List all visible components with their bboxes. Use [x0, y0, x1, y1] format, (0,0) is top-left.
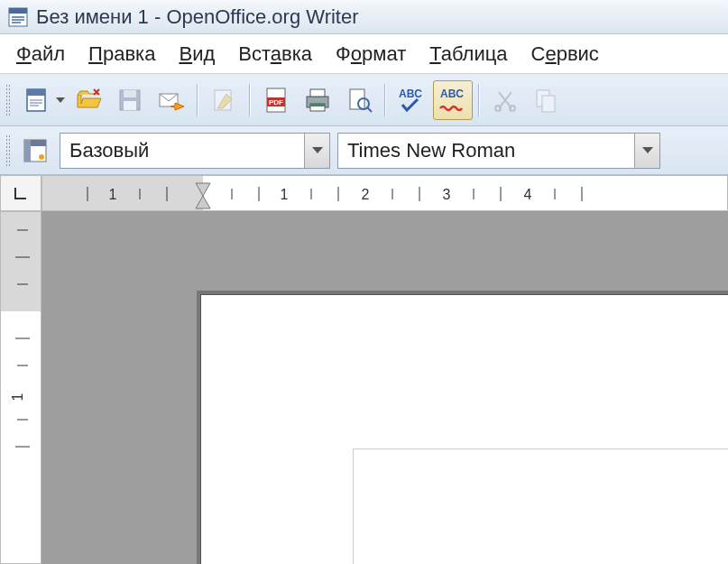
- page-preview-icon: [345, 86, 373, 115]
- copy-icon: [533, 87, 560, 114]
- svg-rect-7: [124, 101, 136, 110]
- print-button[interactable]: [298, 80, 337, 120]
- printer-icon: [303, 86, 332, 115]
- window-title: Без имени 1 - OpenOffice.org Writer: [36, 5, 359, 29]
- paragraph-style-value[interactable]: Базовый: [60, 134, 304, 168]
- font-name-value[interactable]: Times New Roman: [338, 134, 634, 168]
- title-bar: Без имени 1 - OpenOffice.org Writer: [0, 0, 728, 34]
- svg-text:2: 2: [362, 187, 370, 202]
- svg-text:ABC: ABC: [440, 88, 464, 100]
- svg-marker-35: [196, 183, 210, 196]
- svg-rect-27: [24, 140, 31, 162]
- svg-text:4: 4: [524, 187, 532, 202]
- svg-text:1: 1: [10, 393, 25, 401]
- open-folder-icon: [74, 86, 103, 115]
- svg-rect-1: [9, 8, 27, 14]
- svg-rect-6: [124, 90, 136, 97]
- new-document-icon: [22, 86, 51, 115]
- document-canvas[interactable]: [41, 211, 728, 564]
- svg-text:1: 1: [109, 187, 117, 202]
- standard-toolbar: PDF ABC ABC: [0, 74, 728, 126]
- svg-rect-3: [27, 89, 45, 96]
- auto-spellcheck-button[interactable]: ABC: [433, 80, 473, 120]
- ruler-corner: [0, 175, 41, 211]
- menu-edit[interactable]: Правка: [79, 39, 164, 69]
- menu-table[interactable]: Таблица: [420, 39, 516, 69]
- email-button[interactable]: [152, 80, 191, 120]
- new-document-button[interactable]: [16, 80, 56, 120]
- pdf-icon: PDF: [263, 86, 290, 115]
- toolbar-grip[interactable]: [5, 134, 11, 167]
- menu-format[interactable]: Формат: [327, 39, 415, 69]
- svg-point-21: [495, 106, 501, 111]
- email-icon: [157, 87, 186, 114]
- font-name-combo[interactable]: Times New Roman: [337, 133, 660, 169]
- export-pdf-button[interactable]: PDF: [256, 80, 296, 120]
- document-page[interactable]: [200, 294, 728, 564]
- spellcheck-button[interactable]: ABC: [392, 80, 431, 120]
- save-icon: [116, 87, 143, 114]
- formatting-toolbar: Базовый Times New Roman: [0, 126, 728, 175]
- menu-tools[interactable]: Сервис: [522, 39, 608, 69]
- workspace: 1 1 2 3 4: [0, 175, 728, 564]
- horizontal-ruler[interactable]: 1 1 2 3 4: [41, 175, 728, 211]
- scissors-icon: [492, 87, 519, 114]
- svg-point-28: [39, 154, 44, 160]
- toolbar-separator: [478, 84, 480, 116]
- toolbar-separator: [249, 84, 251, 116]
- toolbar-grip[interactable]: [5, 84, 11, 116]
- menu-bar: Файл Правка Вид Вставка Формат Таблица С…: [0, 34, 728, 74]
- edit-document-icon: [210, 87, 237, 114]
- print-preview-button[interactable]: [339, 80, 379, 120]
- edit-document-button[interactable]: [204, 80, 244, 120]
- svg-text:3: 3: [443, 187, 451, 202]
- svg-rect-14: [310, 89, 325, 97]
- svg-marker-30: [642, 147, 653, 153]
- svg-point-22: [510, 106, 515, 111]
- app-icon: [7, 6, 29, 28]
- menu-view[interactable]: Вид: [170, 39, 224, 69]
- paragraph-style-dropdown[interactable]: [304, 134, 329, 168]
- toolbar-separator: [384, 84, 386, 116]
- open-button[interactable]: [69, 80, 108, 120]
- styles-window-button[interactable]: [18, 134, 52, 168]
- svg-text:1: 1: [281, 187, 289, 202]
- save-button[interactable]: [110, 80, 150, 120]
- svg-rect-24: [542, 96, 555, 112]
- svg-marker-29: [312, 147, 323, 153]
- vertical-ruler[interactable]: 1: [0, 211, 41, 564]
- svg-text:ABC: ABC: [399, 88, 422, 100]
- copy-button[interactable]: [527, 80, 567, 120]
- font-name-dropdown[interactable]: [634, 134, 659, 168]
- auto-spellcheck-icon: ABC: [437, 85, 469, 116]
- svg-rect-16: [310, 104, 325, 106]
- svg-marker-4: [56, 97, 65, 103]
- paragraph-style-combo[interactable]: Базовый: [60, 133, 330, 169]
- new-document-dropdown[interactable]: [54, 80, 67, 120]
- svg-text:PDF: PDF: [269, 98, 283, 106]
- spellcheck-icon: ABC: [395, 85, 428, 116]
- menu-file[interactable]: Файл: [7, 39, 74, 69]
- menu-insert[interactable]: Вставка: [229, 39, 321, 69]
- text-frame[interactable]: [353, 448, 728, 564]
- cut-button[interactable]: [485, 80, 525, 120]
- svg-marker-36: [196, 196, 210, 208]
- toolbar-separator: [197, 84, 198, 116]
- styles-icon: [22, 137, 49, 164]
